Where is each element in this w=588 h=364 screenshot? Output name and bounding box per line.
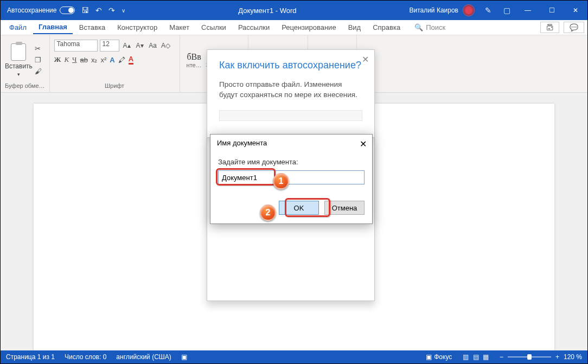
document-name-dialog: Имя документа ✕ Задайте имя документа: O… — [210, 134, 373, 224]
save-icon[interactable]: 🖫 — [81, 6, 89, 15]
italic-button[interactable]: К — [64, 55, 69, 64]
view-switcher: ▥ ▤ ▦ — [462, 353, 490, 361]
paste-label: Вставить — [5, 62, 33, 70]
shrink-font-icon[interactable]: A▾ — [135, 40, 145, 52]
read-mode-icon[interactable]: ▥ — [463, 353, 469, 361]
search-icon: 🔍 — [414, 23, 423, 31]
tab-home[interactable]: Главная — [33, 21, 73, 34]
macro-record-icon[interactable]: ▣ — [181, 353, 187, 361]
ribbon-display-icon[interactable]: ▢ — [497, 1, 516, 20]
dialog-close-icon[interactable]: ✕ — [360, 139, 367, 149]
focus-mode[interactable]: ▣ Фокус — [426, 353, 452, 361]
print-layout-icon[interactable]: ▤ — [473, 353, 479, 361]
zoom-in-icon[interactable]: + — [555, 353, 559, 361]
tab-design[interactable]: Конструктор — [112, 21, 163, 34]
tab-mailings[interactable]: Рассылки — [233, 21, 275, 34]
group-font: Tahoma 12 A▴ A▾ Aa A◇ Ж К Ч ab x₂ x² A 🖍… — [50, 35, 180, 92]
focus-icon: ▣ — [426, 353, 432, 361]
dialog-label: Задайте имя документа: — [218, 158, 365, 166]
tools-icon[interactable]: ✎ — [479, 1, 497, 20]
search-label: Поиск — [426, 23, 445, 31]
annotation-badge-2: 2 — [260, 205, 276, 221]
tab-view[interactable]: Вид — [343, 21, 367, 34]
status-bar: Страница 1 из 1 Число слов: 0 английский… — [1, 350, 587, 363]
underline-button[interactable]: Ч — [72, 55, 76, 64]
minimize-button[interactable]: ― — [516, 1, 540, 20]
clipboard-icon — [11, 43, 26, 61]
title-bar: Автосохранение 🖫 ↶ ↷ ∨ Документ1 - Word … — [1, 1, 587, 20]
zoom-slider[interactable] — [508, 356, 551, 357]
callout-thumbnail — [219, 110, 362, 121]
callout-body: Просто отправьте файл. Изменения будут с… — [219, 80, 362, 100]
font-name-combo[interactable]: Tahoma — [54, 40, 98, 52]
autosave-control[interactable]: Автосохранение — [1, 7, 75, 14]
chevron-down-icon: ▾ — [17, 72, 20, 77]
font-group-label: Шрифт — [54, 82, 175, 91]
redo-icon[interactable]: ↷ — [108, 6, 115, 15]
zoom-out-icon[interactable]: − — [500, 353, 503, 361]
subscript-button[interactable]: x₂ — [91, 56, 98, 64]
document-title: Документ1 - Word — [125, 7, 409, 15]
callout-title: Как включить автосохранение? — [219, 60, 362, 71]
zoom-value[interactable]: 120 % — [564, 353, 582, 361]
undo-icon[interactable]: ↶ — [95, 6, 102, 15]
change-case-icon[interactable]: Aa — [148, 40, 158, 52]
strike-button[interactable]: ab — [80, 56, 88, 64]
text-effects-icon[interactable]: A — [110, 56, 114, 64]
font-size-combo[interactable]: 12 — [100, 40, 119, 52]
status-words[interactable]: Число слов: 0 — [65, 353, 106, 361]
dialog-title: Имя документа — [217, 139, 267, 149]
tab-layout[interactable]: Макет — [164, 21, 195, 34]
clear-format-icon[interactable]: A◇ — [161, 40, 171, 52]
callout-close-icon[interactable]: ✕ — [362, 54, 369, 65]
avatar-icon[interactable] — [463, 4, 475, 16]
font-color-icon[interactable]: A — [129, 55, 133, 65]
search-box[interactable]: 🔍 Поиск — [414, 23, 445, 31]
clipboard-group-label: Буфер обме… — [5, 82, 45, 91]
web-layout-icon[interactable]: ▦ — [483, 353, 489, 361]
autosave-label: Автосохранение — [7, 7, 56, 14]
style-normal[interactable]: бВв нте… — [184, 51, 204, 69]
zoom-control[interactable]: − + 120 % — [500, 353, 582, 361]
user-area[interactable]: Виталий Каиров — [409, 4, 479, 16]
status-page[interactable]: Страница 1 из 1 — [6, 353, 55, 361]
status-language[interactable]: английский (США) — [116, 353, 171, 361]
superscript-button[interactable]: x² — [100, 56, 106, 64]
maximize-button[interactable]: ☐ — [540, 1, 564, 20]
copy-icon[interactable]: ❐ — [35, 56, 42, 64]
autosave-callout: ✕ Как включить автосохранение? Просто от… — [207, 49, 375, 138]
ok-button[interactable]: OK — [279, 201, 319, 215]
grow-font-icon[interactable]: A▴ — [122, 40, 132, 52]
qat-dropdown-icon[interactable]: ∨ — [122, 8, 125, 14]
comments-button[interactable]: 💬 — [564, 22, 584, 33]
window-controls: ― ☐ ✕ — [516, 1, 587, 20]
paste-button[interactable]: Вставить ▾ — [5, 43, 33, 77]
ribbon-tabs: Файл Главная Вставка Конструктор Макет С… — [1, 20, 587, 35]
autosave-toggle-icon[interactable] — [60, 7, 75, 14]
document-name-input[interactable] — [218, 170, 365, 184]
highlight-icon[interactable]: 🖍 — [118, 56, 125, 64]
annotation-badge-1: 1 — [273, 173, 289, 189]
cancel-button[interactable]: Отмена — [324, 201, 365, 215]
share-button[interactable]: 🖆 — [540, 22, 559, 33]
tab-references[interactable]: Ссылки — [196, 21, 232, 34]
close-button[interactable]: ✕ — [564, 1, 587, 20]
tab-help[interactable]: Справка — [367, 21, 406, 34]
tab-file[interactable]: Файл — [4, 21, 32, 34]
format-painter-icon[interactable]: 🖌 — [35, 67, 42, 75]
tab-insert[interactable]: Вставка — [74, 21, 111, 34]
cut-icon[interactable]: ✂ — [35, 44, 42, 53]
quick-access-toolbar: 🖫 ↶ ↷ ∨ — [81, 6, 125, 15]
group-clipboard: Вставить ▾ ✂ ❐ 🖌 Буфер обме… — [1, 35, 50, 92]
tab-review[interactable]: Рецензирование — [276, 21, 341, 34]
user-name: Виталий Каиров — [409, 7, 458, 14]
bold-button[interactable]: Ж — [54, 55, 61, 64]
